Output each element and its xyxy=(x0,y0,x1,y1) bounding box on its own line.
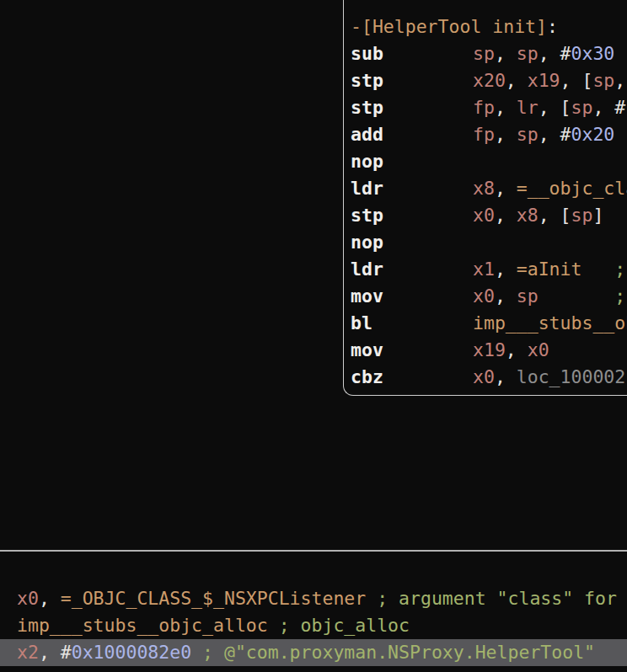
token-wh: # xyxy=(61,642,72,663)
asm-line[interactable]: nop xyxy=(351,229,627,256)
token-reg: sp xyxy=(517,43,539,64)
mnemonic: stp xyxy=(351,202,473,229)
token-com: ; objc_alloc xyxy=(268,615,410,636)
asm-line[interactable]: nop xyxy=(351,148,627,175)
token-reg: x1 xyxy=(473,259,495,280)
mnemonic: stp xyxy=(351,67,473,94)
token-reg: fp xyxy=(473,124,495,145)
token-reg: x19 xyxy=(473,339,506,360)
assembly-panel: -[HelperTool init]:subsp, sp, #0x30stpx2… xyxy=(343,0,627,396)
token-reg: x0 xyxy=(473,205,495,226)
mnemonic: bl xyxy=(351,310,473,337)
token-wh: , xyxy=(39,642,61,663)
token-reg: x8 xyxy=(473,178,495,199)
token-wh: , xyxy=(495,178,517,199)
asm-line[interactable]: subsp, sp, #0x30 xyxy=(351,40,627,67)
pane-splitter[interactable] xyxy=(0,550,627,552)
token-reg: fp xyxy=(473,97,495,118)
token-reg: lr xyxy=(517,97,539,118)
token-wh: [ xyxy=(581,70,592,91)
mnemonic: ldr xyxy=(351,256,473,283)
code-line[interactable]: x0, =_OBJC_CLASS_$_NSXPCListener ; argum… xyxy=(0,585,627,612)
asm-line[interactable]: blimp___stubs__ob xyxy=(351,310,627,337)
token-imm: 0x20 xyxy=(571,124,615,145)
token-reg: sp xyxy=(571,97,593,118)
token-reg: x0 xyxy=(473,366,495,387)
token-wh: , xyxy=(539,97,560,118)
token-wh: , xyxy=(614,70,627,91)
token-imm: 0x30 xyxy=(571,43,615,64)
token-com: ; xyxy=(614,285,625,307)
token-reg: sp xyxy=(571,205,593,226)
token-com: ; xyxy=(614,259,625,280)
token-reg: x0 xyxy=(17,588,39,609)
token-sym: =__objc_cla xyxy=(517,178,627,199)
mnemonic: ldr xyxy=(351,175,473,202)
token-wh: , xyxy=(39,588,61,609)
token-wh: , xyxy=(560,70,582,91)
token-wh: , xyxy=(495,97,517,118)
token-wh: , xyxy=(506,339,528,360)
token-wh: : xyxy=(547,16,558,37)
token-wh: # xyxy=(560,124,571,145)
token-reg: sp xyxy=(473,43,495,64)
token-sym: imp___stubs__ob xyxy=(473,312,627,333)
asm-line[interactable]: stpfp, lr, [sp, # xyxy=(351,94,627,121)
mnemonic: cbz xyxy=(351,364,473,391)
token-reg: x8 xyxy=(517,205,539,226)
token-reg: x0 xyxy=(528,339,549,360)
token-wh: , xyxy=(592,97,614,118)
mnemonic: mov xyxy=(351,337,473,364)
token-reg: x2 xyxy=(17,642,39,663)
mnemonic: mov xyxy=(351,283,473,310)
token-sym: imp___stubs__objc_alloc xyxy=(17,615,268,636)
function-label-line[interactable]: -[HelperTool init]: xyxy=(351,13,627,40)
token-wh: , xyxy=(495,285,517,307)
token-sym: -[HelperTool init] xyxy=(351,16,547,37)
token-wh: , xyxy=(495,259,517,280)
asm-line[interactable]: ldrx8, =__objc_cla xyxy=(351,175,627,202)
asm-line[interactable]: stpx0, x8, [sp] xyxy=(351,202,627,229)
token-reg: sp xyxy=(592,70,614,91)
bottom-code-pane: x0, =_OBJC_CLASS_$_NSXPCListener ; argum… xyxy=(0,585,627,666)
asm-line[interactable]: addfp, sp, #0x20 xyxy=(351,121,627,148)
token-wh: [ xyxy=(560,97,571,118)
token-loc: loc_100002 xyxy=(517,366,625,387)
token-imm: 0x1000082e0 xyxy=(72,642,191,663)
token-reg: x0 xyxy=(473,285,495,307)
token-wh: , xyxy=(495,205,517,226)
token-wh: # xyxy=(614,97,625,118)
token-reg: x20 xyxy=(473,70,506,91)
token-sym: =_OBJC_CLASS_$_NSXPCListener xyxy=(61,588,366,609)
mnemonic: add xyxy=(351,121,473,148)
token-wh: ] xyxy=(592,205,603,226)
token-wh: [ xyxy=(560,205,571,226)
mnemonic: nop xyxy=(351,229,473,256)
token-com: ; @"com.proxyman.NSProxy.HelperTool" xyxy=(191,642,595,663)
token-com: ; argument "class" for xyxy=(366,588,617,609)
token-wh xyxy=(539,285,615,307)
asm-line[interactable]: cbzx0, loc_100002 xyxy=(351,364,627,391)
code-line-selected[interactable]: x2, #0x1000082e0 ; @"com.proxyman.NSProx… xyxy=(0,639,627,666)
asm-line[interactable]: ldrx1, =aInit ; xyxy=(351,256,627,283)
token-wh xyxy=(581,259,614,280)
token-wh: , xyxy=(539,43,560,64)
asm-line[interactable]: movx0, sp ; xyxy=(351,283,627,310)
token-wh: # xyxy=(560,43,571,64)
mnemonic: sub xyxy=(351,40,473,67)
token-wh: , xyxy=(495,124,517,145)
token-sym: =aInit xyxy=(517,259,582,280)
token-wh: , xyxy=(539,124,560,145)
mnemonic: stp xyxy=(351,94,473,121)
token-wh: , xyxy=(495,43,517,64)
mnemonic: nop xyxy=(351,148,473,175)
code-line[interactable]: imp___stubs__objc_alloc ; objc_alloc xyxy=(0,612,627,639)
token-reg: x19 xyxy=(528,70,560,91)
asm-line[interactable]: stpx20, x19, [sp, xyxy=(351,67,627,94)
token-wh: , xyxy=(495,366,517,387)
token-reg: sp xyxy=(517,124,539,145)
asm-line[interactable]: movx19, x0 xyxy=(351,337,627,364)
token-reg: sp xyxy=(517,285,539,307)
token-wh: , xyxy=(506,70,528,91)
token-wh: , xyxy=(539,205,560,226)
